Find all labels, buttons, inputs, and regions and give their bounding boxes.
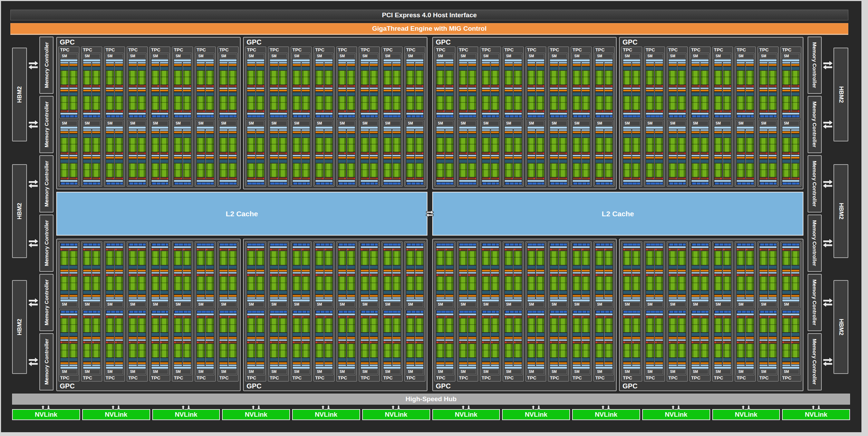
sm-dispatch-bar [536, 92, 544, 96]
sm-ldst-bar [247, 152, 255, 154]
sm-ldst-bar [370, 316, 378, 318]
sm-dispatch-bar [514, 266, 522, 269]
sm-scheduler-bar [646, 131, 654, 133]
sm-dispatch-bar [692, 92, 700, 96]
sm-core-grid [393, 71, 401, 85]
sm-scheduler-bar [138, 157, 146, 159]
sm-core-grid [559, 164, 567, 177]
sm-l0-bar [528, 297, 536, 299]
sm-core-grid [482, 96, 490, 110]
sm-ldst-bar [60, 274, 68, 276]
sm-processing-block [505, 274, 513, 299]
sm-ldst-bar [769, 110, 777, 112]
sm-core-grid [338, 138, 346, 152]
sm-l0-bar [573, 155, 581, 156]
sm-processing-block [468, 155, 476, 180]
sm-core-grid [482, 251, 490, 265]
sm-l1-bar [550, 299, 567, 301]
sm-l1-bar [596, 299, 613, 301]
sm-dispatch-bar [279, 67, 287, 70]
sm-l1-bar [646, 367, 663, 369]
sm-tex-bar [361, 311, 378, 313]
sm-processing-block [623, 249, 631, 274]
sm-tex-bar [220, 115, 237, 117]
sm-ldst-bar [528, 152, 536, 154]
sm-processing-block [406, 316, 414, 341]
sm-processing-block [491, 341, 499, 366]
sm-dispatch-bar [325, 358, 332, 361]
sm-scheduler-bar [229, 90, 237, 92]
sm-l1data-bar [361, 246, 378, 248]
l2-link-arrows-icon [425, 210, 435, 218]
sm-core-column [106, 316, 114, 366]
sm-core-column [536, 249, 544, 299]
sm-processing-block [596, 88, 604, 112]
sm-core-grid [646, 71, 654, 85]
sm-l1data-bar [482, 113, 499, 115]
nvlink-label: NVLink [105, 411, 127, 418]
sm-l1-bar [406, 127, 423, 129]
sm-ldst-bar [605, 316, 613, 318]
sm-core-grid [316, 277, 324, 290]
sm-scheduler-bar [714, 64, 722, 66]
sm-core-grid [247, 138, 255, 152]
sm-core-grid [692, 277, 700, 290]
tpc-block: TPCSMSM [150, 47, 171, 187]
sm-ldst-bar [92, 341, 100, 343]
sm-label: SM [83, 54, 100, 59]
tpc-block: TPCSMSM [758, 241, 779, 382]
sm-processing-block [220, 249, 228, 274]
sm-processing-block [655, 155, 663, 180]
sm-stack: SMSM [173, 242, 192, 375]
sm-tex-bar [760, 115, 777, 117]
sm-l0-bar [459, 272, 467, 274]
sm-l1data-bar [714, 113, 731, 115]
sm-dispatch-bar [152, 291, 160, 294]
sm-core-grid [247, 251, 255, 265]
sm-dispatch-bar [247, 92, 255, 96]
sm-dispatch-bar [60, 333, 68, 336]
sm-core-grid [559, 71, 567, 85]
nvlink-block: NVLink [712, 409, 780, 420]
sm-l0-bar [129, 129, 137, 131]
sm-core-column [669, 129, 677, 179]
sm-ldst-bar [347, 152, 355, 154]
sm-ldst-bar [69, 178, 77, 179]
sm-l0-bar [415, 365, 423, 366]
sm-l0-bar [468, 365, 476, 366]
sm-core-grid [605, 318, 613, 332]
sm-block: SM [219, 53, 238, 118]
sm-ldst-bar [206, 110, 214, 112]
sm-divider [581, 62, 582, 112]
sm-core-grid [559, 251, 567, 265]
sm-dispatch-bar [325, 134, 332, 137]
sm-divider [324, 249, 324, 299]
sm-core-column [701, 316, 708, 366]
sm-ldst-bar [550, 152, 558, 154]
sm-l1data-bar [760, 314, 777, 315]
sm-label: SM [129, 54, 146, 59]
sm-ldst-bar [115, 249, 123, 250]
sm-l0-bar [129, 339, 137, 341]
sm-ldst-bar [436, 85, 444, 87]
sm-scheduler-bar [206, 64, 214, 66]
sm-dispatch-bar [406, 92, 414, 96]
sm-block: SM [269, 53, 288, 118]
sm-l1-bar [60, 59, 77, 61]
sm-l0-bar [701, 365, 708, 366]
sm-l0-bar [737, 339, 745, 341]
sm-scheduler-bar [325, 337, 332, 339]
sm-core-grid [436, 277, 444, 290]
sm-tex-bar [550, 115, 567, 117]
sm-divider [445, 62, 445, 112]
sm-ldst-bar [445, 316, 453, 318]
sm-processing-block [632, 62, 640, 87]
sm-dispatch-bar [550, 333, 558, 336]
sm-ldst-bar [247, 341, 255, 343]
sm-core-columns [436, 62, 453, 112]
sm-tex-bar [573, 311, 590, 313]
sm-l0-bar [791, 297, 799, 299]
sm-core-column [491, 249, 499, 299]
sm-processing-block [415, 62, 423, 87]
sm-ldst-bar [384, 178, 392, 179]
